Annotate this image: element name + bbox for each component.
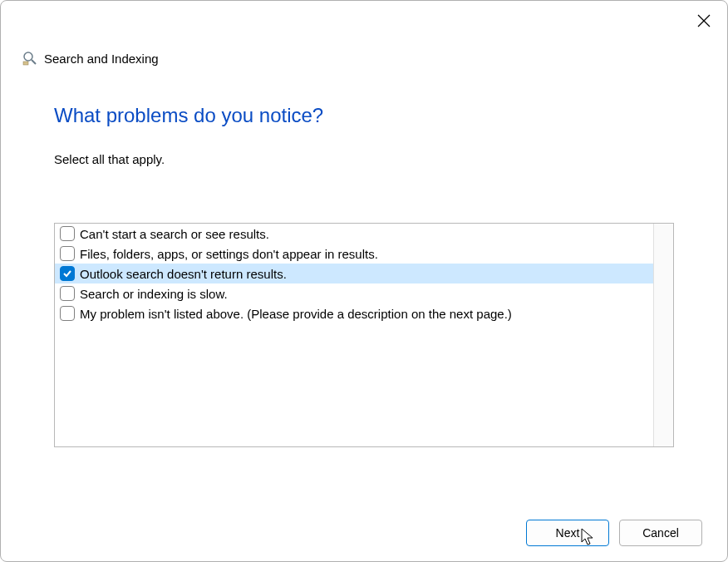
scrollbar[interactable] bbox=[653, 224, 673, 446]
next-button[interactable]: Next bbox=[526, 520, 609, 546]
header-title: Search and Indexing bbox=[44, 52, 159, 66]
svg-point-2 bbox=[24, 52, 32, 61]
checkbox-icon bbox=[60, 306, 75, 321]
option-files-folders-not-appear[interactable]: Files, folders, apps, or settings don't … bbox=[55, 244, 653, 264]
search-indexing-icon bbox=[22, 51, 37, 66]
checkbox-icon bbox=[60, 246, 75, 261]
problem-listbox[interactable]: Can't start a search or see results. Fil… bbox=[54, 223, 674, 447]
listbox-inner: Can't start a search or see results. Fil… bbox=[55, 224, 653, 323]
svg-rect-4 bbox=[23, 62, 28, 65]
checkbox-icon bbox=[60, 226, 75, 241]
footer: Next Cancel bbox=[1, 520, 727, 561]
svg-line-3 bbox=[32, 60, 36, 64]
option-label: Outlook search doesn't return results. bbox=[80, 267, 287, 281]
troubleshooter-window: Search and Indexing What problems do you… bbox=[0, 0, 728, 562]
option-not-listed[interactable]: My problem isn't listed above. (Please p… bbox=[55, 303, 653, 323]
option-label: Search or indexing is slow. bbox=[80, 287, 228, 301]
option-label: Files, folders, apps, or settings don't … bbox=[80, 247, 378, 261]
option-search-slow[interactable]: Search or indexing is slow. bbox=[55, 283, 653, 303]
option-outlook-search[interactable]: Outlook search doesn't return results. bbox=[55, 264, 653, 283]
option-label: Can't start a search or see results. bbox=[80, 227, 269, 241]
cancel-button[interactable]: Cancel bbox=[619, 520, 702, 546]
page-heading: What problems do you notice? bbox=[54, 104, 674, 127]
content: What problems do you notice? Select all … bbox=[1, 66, 727, 520]
close-icon bbox=[697, 14, 711, 27]
checkbox-checked-icon bbox=[60, 266, 75, 281]
page-subheading: Select all that apply. bbox=[54, 152, 674, 166]
close-button[interactable] bbox=[696, 12, 712, 29]
header: Search and Indexing bbox=[1, 1, 727, 66]
option-cant-start-search[interactable]: Can't start a search or see results. bbox=[55, 224, 653, 244]
option-label: My problem isn't listed above. (Please p… bbox=[80, 307, 512, 321]
checkbox-icon bbox=[60, 286, 75, 301]
